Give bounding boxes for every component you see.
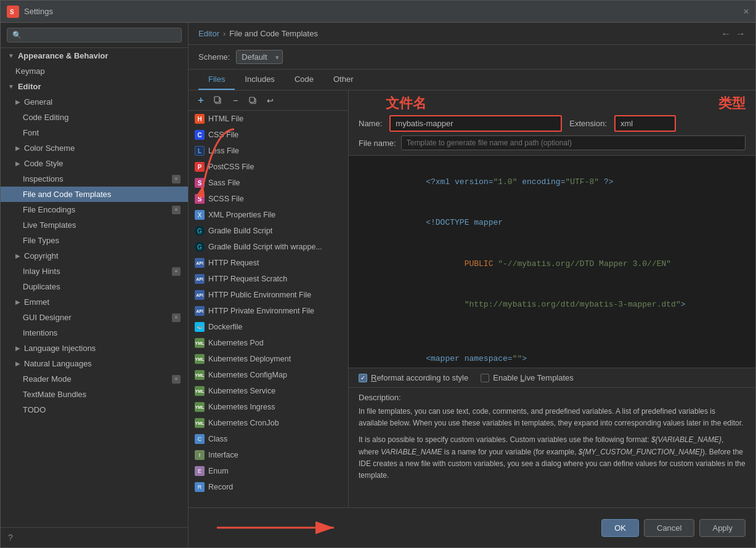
sidebar-item-emmet[interactable]: ▶ Emmet (1, 294, 188, 310)
postcss-icon: P (195, 162, 205, 172)
list-item[interactable]: API HTTP Request (189, 255, 348, 271)
extension-input[interactable] (614, 115, 676, 132)
sidebar-item-todo[interactable]: TODO (1, 402, 188, 417)
tab-files[interactable]: Files (198, 70, 235, 90)
sidebar-item-code-editing[interactable]: Code Editing (1, 110, 188, 125)
forward-button[interactable]: → (736, 28, 746, 39)
reset-template-button[interactable]: ↩ (262, 93, 277, 108)
add-template-button[interactable]: + (193, 93, 208, 108)
collapse-icon-editor: ▼ (8, 83, 14, 90)
breadcrumb-bar: Editor › File and Code Templates ← → (189, 23, 755, 45)
sidebar-item-natural-languages[interactable]: ▶ Natural Languages (1, 356, 188, 371)
help-section: ? (1, 527, 188, 547)
list-item[interactable]: YML Kubernetes Service (189, 383, 348, 399)
api-scratch-icon: API (195, 274, 205, 284)
arrow-icon-copyright: ▶ (15, 252, 20, 259)
sidebar-item-file-encodings[interactable]: File Encodings ≡ (1, 202, 188, 217)
window-title: Settings (24, 7, 743, 16)
reformat-checkbox[interactable] (359, 374, 367, 382)
list-item[interactable]: C Class (189, 431, 348, 447)
api-icon: API (195, 258, 205, 268)
sidebar-item-copyright[interactable]: ▶ Copyright (1, 248, 188, 264)
ok-button[interactable]: OK (601, 519, 639, 537)
live-templates-checkbox[interactable] (481, 374, 489, 382)
sidebar-item-color-scheme[interactable]: ▶ Color Scheme (1, 140, 188, 156)
sidebar-item-file-code-templates[interactable]: File and Code Templates (1, 187, 188, 202)
search-icon: 🔍 (12, 31, 22, 39)
sidebar-item-appearance-behavior[interactable]: ▼ Appearance & Behavior (1, 48, 188, 63)
arrow-icon-natural: ▶ (15, 360, 20, 367)
sidebar-item-textmate-bundles[interactable]: TextMate Bundles (1, 387, 188, 402)
list-item[interactable]: API HTTP Public Environment File (189, 287, 348, 303)
main-content: 🔍 ▼ Appearance & Behavior Keymap ▼ Edito (1, 23, 755, 547)
sidebar-nav: ▼ Appearance & Behavior Keymap ▼ Editor … (1, 48, 188, 527)
settings-window: S Settings ✕ 🔍 ▼ Appearance & Behavior (0, 0, 756, 548)
extension-label: Extension: (569, 119, 607, 128)
list-item[interactable]: S SCSS File (189, 191, 348, 207)
list-item[interactable]: YML Kubernetes ConfigMap (189, 367, 348, 383)
list-item[interactable]: API HTTP Request Scratch (189, 271, 348, 287)
name-ext-row: Name: Extension: (359, 115, 746, 132)
tab-code[interactable]: Code (285, 70, 323, 90)
css-icon: C (195, 130, 205, 140)
scheme-bar: Scheme: Default Project (189, 45, 755, 70)
sidebar-item-inlay-hints[interactable]: Inlay Hints ≡ (1, 264, 188, 279)
sidebar-item-reader-mode[interactable]: Reader Mode ≡ (1, 371, 188, 387)
bottom-options: Reformat according to style Enable Live … (349, 368, 755, 387)
sidebar-item-code-style[interactable]: ▶ Code Style (1, 156, 188, 171)
file-list-toolbar: + − ↩ (189, 91, 348, 111)
list-item[interactable]: E Enum (189, 463, 348, 479)
sidebar-item-intentions[interactable]: Intentions (1, 325, 188, 340)
gradle-wrapper-icon: G (195, 242, 205, 252)
sidebar-item-language-injections[interactable]: ▶ Language Injections (1, 340, 188, 356)
live-templates-checkbox-group[interactable]: Enable Live Templates (481, 373, 574, 382)
list-item[interactable]: L Less File (189, 143, 348, 159)
sidebar-item-duplicates[interactable]: Duplicates (1, 279, 188, 294)
back-button[interactable]: ← (721, 28, 731, 39)
filename-input[interactable] (401, 135, 746, 150)
reformat-checkbox-group[interactable]: Reformat according to style (359, 373, 468, 382)
sidebar-item-inspections[interactable]: Inspections ≡ (1, 171, 188, 187)
list-item[interactable]: API HTTP Private Environment File (189, 303, 348, 319)
sidebar-item-keymap[interactable]: Keymap (1, 63, 188, 79)
help-icon[interactable]: ? (8, 533, 13, 542)
list-item[interactable]: 🐳 Dockerfile (189, 319, 348, 335)
close-button[interactable]: ✕ (743, 7, 749, 16)
sidebar-item-live-templates[interactable]: Live Templates (1, 217, 188, 233)
list-item[interactable]: YML Kubernetes Pod (189, 335, 348, 351)
sidebar-item-general[interactable]: ▶ General (1, 94, 188, 110)
cancel-button[interactable]: Cancel (644, 519, 694, 537)
file-list: H HTML File C CSS File L Less File P (189, 111, 348, 507)
list-item[interactable]: H HTML File (189, 111, 348, 127)
search-input[interactable] (25, 31, 176, 39)
sidebar-item-file-types[interactable]: File Types (1, 233, 188, 248)
svg-rect-5 (250, 97, 254, 102)
duplicate-template-button[interactable] (245, 93, 260, 108)
list-item[interactable]: X XML Properties File (189, 207, 348, 223)
list-item[interactable]: C CSS File (189, 127, 348, 143)
list-item[interactable]: YML Kubernetes CronJob (189, 415, 348, 431)
scheme-select[interactable]: Default Project (236, 50, 283, 64)
apply-button[interactable]: Apply (699, 519, 746, 537)
sidebar-item-gui-designer[interactable]: GUI Designer ≡ (1, 310, 188, 325)
list-item[interactable]: YML Kubernetes Deployment (189, 351, 348, 367)
list-item[interactable]: YML Kubernetes Ingress (189, 399, 348, 415)
list-item[interactable]: G Gradle Build Script (189, 223, 348, 239)
tab-other[interactable]: Other (323, 70, 364, 90)
list-item[interactable]: I Interface (189, 447, 348, 463)
copy-template-button[interactable] (211, 93, 226, 108)
sidebar-item-font[interactable]: Font (1, 125, 188, 140)
tab-includes[interactable]: Includes (235, 70, 284, 90)
list-item[interactable]: R Record (189, 479, 348, 495)
dockerfile-icon: 🐳 (195, 322, 205, 332)
code-editor[interactable]: <?xml version="1.0" encoding="UTF-8" ?> … (349, 156, 755, 368)
remove-template-button[interactable]: − (228, 93, 243, 108)
sidebar-item-editor[interactable]: ▼ Editor (1, 79, 188, 94)
list-item[interactable]: G Gradle Build Script with wrappe... (189, 239, 348, 255)
arrow-icon-color: ▶ (15, 145, 20, 151)
scheme-selector[interactable]: Default Project (236, 50, 283, 64)
list-item[interactable]: P PostCSS File (189, 159, 348, 175)
list-item[interactable]: S Sass File (189, 175, 348, 191)
name-input[interactable] (389, 115, 562, 132)
nav-arrows: ← → (721, 28, 746, 39)
